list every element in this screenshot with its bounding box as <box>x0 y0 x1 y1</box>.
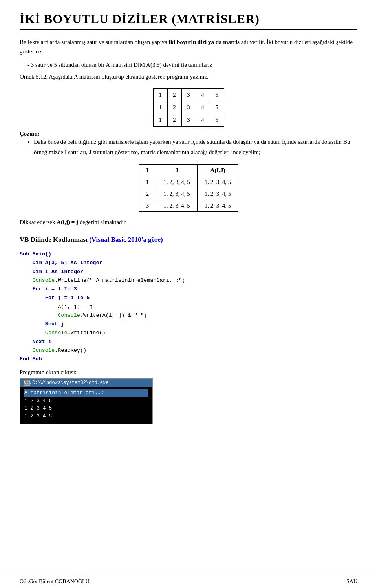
ij-header: A(I,J) <box>197 165 238 176</box>
code-line: Console.Write(A(i, j) & " ") <box>20 311 357 320</box>
code-line: Dim i As Integer <box>20 268 357 276</box>
dikkat-pre: Dikkat edersek <box>20 219 57 225</box>
matrix-cell: 1 <box>153 89 167 101</box>
dikkat-post: değerini almaktadır. <box>78 219 127 225</box>
cozum-title: Çözüm: <box>20 130 40 137</box>
vb-title: VB Dilinde Kodlanması (Visual Basic 2010… <box>20 235 357 245</box>
code-line: For j = 1 To 5 <box>20 294 357 302</box>
terminal-titlebar: C:\ C:\Windows\system32\cmd.exe <box>20 379 152 387</box>
cozum-bullet-list: Daha önce de belirttiğimiz gibi matrisle… <box>27 137 357 157</box>
matrix-table: 123451234512345 <box>153 88 224 127</box>
terminal-output-line: 1 2 3 4 5 <box>24 398 52 404</box>
intro-bold: iki boyutlu dizi ya da matris <box>168 39 239 45</box>
ij-cell: 2 <box>139 188 156 200</box>
intro-paragraph: Bellekte ard arda sıralanmış satır ve sü… <box>20 37 357 56</box>
code-line: Next j <box>20 320 357 329</box>
page-title: İKİ BOYUTLU DİZİLER (MATRİSLER) <box>20 12 357 30</box>
matrix-cell: 5 <box>210 101 224 114</box>
intro-text-pre: Bellekte ard arda sıralanmış satır ve sü… <box>20 39 168 45</box>
ij-cell: 3 <box>139 200 156 212</box>
ornek-label: Örnek 5.12. Aşağıdaki A matrisini oluştu… <box>20 72 357 81</box>
cozum-section: Çözüm: Daha önce de belirttiğimiz gibi m… <box>20 130 357 157</box>
ij-table: IJA(I,J) 11, 2, 3, 4, 51, 2, 3, 4, 521, … <box>139 164 239 212</box>
code-line: Console.WriteLine() <box>20 329 357 337</box>
cozum-bullet-item: Daha önce de belirttiğimiz gibi matrisle… <box>34 137 357 157</box>
ij-table-container: IJA(I,J) 11, 2, 3, 4, 51, 2, 3, 4, 521, … <box>20 164 357 212</box>
matrix-cell: 2 <box>167 114 181 127</box>
code-line: A(i, j) = j <box>20 303 357 311</box>
dikkat-paragraph: Dikkat edersek A(i,j) = j değerini almak… <box>20 217 357 228</box>
code-line: Sub Main() <box>20 250 357 259</box>
matrix-cell: 1 <box>153 101 167 114</box>
section-dash: - 3 satır ve 5 sütundan oluşan bir A mat… <box>27 60 357 70</box>
ij-cell: 1, 2, 3, 4, 5 <box>156 200 198 212</box>
ij-cell: 1, 2, 3, 4, 5 <box>197 176 238 188</box>
ij-cell: 1, 2, 3, 4, 5 <box>156 188 198 200</box>
matrix-cell: 3 <box>181 89 196 101</box>
ij-header: J <box>156 165 198 176</box>
matrix-cell: 4 <box>196 114 210 127</box>
code-line: Console.ReadKey() <box>20 346 357 355</box>
footer-left: Öğr.Gör.Bülent ÇOBANOĞLU <box>20 579 90 585</box>
matrix-cell: 2 <box>167 89 181 101</box>
terminal-title: C:\Windows\system32\cmd.exe <box>32 380 108 386</box>
code-line: Dim A(3, 5) As Integer <box>20 259 357 267</box>
terminal-icon: C:\ <box>24 380 30 386</box>
code-block: Sub Main() Dim A(3, 5) As Integer Dim i … <box>20 250 357 364</box>
ij-cell: 1 <box>139 176 156 188</box>
ij-cell: 1, 2, 3, 4, 5 <box>197 188 238 200</box>
matrix-cell: 3 <box>181 101 196 114</box>
terminal-output-line: 1 2 3 4 5 <box>24 405 52 411</box>
code-line: Console.WriteLine(" A matrisinin elemanl… <box>20 276 357 285</box>
program-output-label: Programın ekran çıktısı: <box>20 369 357 376</box>
footer-right: SAÜ <box>346 579 357 585</box>
terminal-body: A matrisinin elemanları..:1 2 3 4 5 1 2 … <box>20 387 152 424</box>
dikkat-bold: A(i,j) = j <box>57 219 78 225</box>
matrix-cell: 2 <box>167 101 181 114</box>
ij-cell: 1, 2, 3, 4, 5 <box>156 176 198 188</box>
vb-title-pre: VB Dilinde Kodlanması <box>20 236 89 243</box>
terminal-output-line: 1 2 3 4 5 <box>24 413 52 419</box>
matrix-cell: 5 <box>210 89 224 101</box>
matrix-container: 123451234512345 <box>20 88 357 127</box>
matrix-cell: 3 <box>181 114 196 127</box>
ij-cell: 1, 2, 3, 4, 5 <box>197 200 238 212</box>
vb-title-paren: (Visual Basic 2010'a göre) <box>89 236 163 243</box>
code-line: Next i <box>20 338 357 346</box>
footer: Öğr.Gör.Bülent ÇOBANOĞLU SAÜ <box>0 575 377 588</box>
matrix-cell: 4 <box>196 89 210 101</box>
page-wrapper: İKİ BOYUTLU DİZİLER (MATRİSLER) Bellekte… <box>0 0 377 456</box>
matrix-cell: 5 <box>210 114 224 127</box>
terminal-wrapper: C:\ C:\Windows\system32\cmd.exe A matris… <box>20 378 153 424</box>
matrix-cell: 4 <box>196 101 210 114</box>
code-line: End Sub <box>20 355 357 364</box>
ij-header: I <box>139 165 156 176</box>
code-line: For i = 1 To 3 <box>20 285 357 294</box>
matrix-cell: 1 <box>153 114 167 127</box>
